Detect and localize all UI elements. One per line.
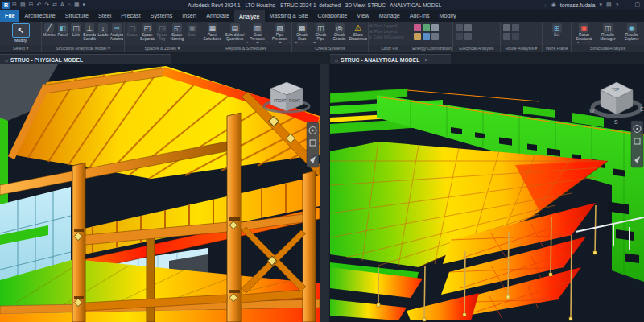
user-avatar-icon[interactable]: ◉ (551, 2, 556, 8)
tab-addins[interactable]: Add-Ins (405, 10, 435, 22)
results-explorer-button[interactable]: ◉ Results Explorer (620, 23, 643, 43)
select-panel-label[interactable]: Select ▾ (0, 45, 41, 52)
print-icon[interactable]: ⊟ (29, 0, 34, 10)
panel-electrical-analysis: Electrical Analysis (453, 22, 501, 52)
navigation-bar[interactable] (631, 121, 643, 167)
zone-button[interactable]: ▣ Zone (185, 23, 200, 43)
pipe-pressure-loss-report-button[interactable]: ▨ Pipe Pressure Loss Report (269, 23, 291, 43)
help-icon[interactable]: ? (616, 2, 619, 8)
link-button[interactable]: ◫ Link (70, 23, 83, 43)
color-fill-panel-label[interactable]: Color Fill (369, 45, 411, 52)
check-systems-panel-label[interactable]: Check Systems (292, 45, 368, 52)
tab-steel[interactable]: Steel (93, 10, 116, 22)
pipe-legend-button[interactable]: ≣ Pipe Legend (369, 29, 404, 34)
boundary-conditions-button[interactable]: ⊥ Boundary Conditions (83, 23, 96, 43)
measure-icon[interactable]: ⇄ (52, 0, 57, 10)
space-tag-button[interactable]: ◲ Space Tag (155, 23, 170, 43)
view-tab-physical-model[interactable]: ⌂ STRUC - PHYSICAL MODEL (0, 54, 171, 64)
electrical-tool-icon[interactable] (456, 24, 463, 31)
tab-collaborate[interactable]: Collaborate (313, 10, 353, 22)
tab-systems[interactable]: Systems (146, 10, 178, 22)
panel-schedules-button[interactable]: ▦ Panel Schedules (201, 23, 223, 43)
restore-button[interactable]: ▢ (633, 2, 642, 8)
analytical-model-viewport[interactable]: W S E TOP (330, 64, 644, 322)
open-icon[interactable]: ▤ (20, 0, 26, 10)
panel-button[interactable]: ◧ Panel (56, 23, 69, 43)
space-separator-button[interactable]: ◰ Space Separator (140, 23, 155, 43)
space-tag-icon: ◲ (157, 23, 167, 33)
spaces-zones-panel-label[interactable]: Spaces & Zones ▾ (125, 45, 200, 52)
redo-icon[interactable]: ↷ (44, 0, 49, 10)
sam-panel-label[interactable]: Structural Analytical Model ▾ (42, 45, 123, 52)
navigation-bar[interactable] (307, 122, 319, 167)
loads-button[interactable]: ↓ Loads (97, 23, 109, 43)
signed-in-user[interactable]: tomasz.fudala (560, 2, 596, 8)
tab-insert[interactable]: Insert (177, 10, 201, 22)
tab-annotate[interactable]: Annotate (201, 10, 234, 22)
space-naming-button[interactable]: ◱ Space Naming (170, 23, 184, 43)
physical-model-viewport[interactable]: FRONT RIGHT (0, 64, 320, 322)
user-caret-icon[interactable]: ▾ (599, 2, 602, 8)
electrical-tool-icon[interactable] (464, 24, 472, 31)
app-store-icon[interactable]: ▤ (606, 2, 612, 8)
energy-tool-icon[interactable] (414, 33, 421, 40)
check-circuits-button[interactable]: ◎ Check Circuits (330, 23, 348, 43)
tab-file[interactable]: File (0, 10, 19, 22)
pipe-legend-icon: ≣ (369, 29, 373, 34)
tab-precast[interactable]: Precast (116, 10, 145, 22)
save-icon[interactable]: ⊞ (12, 0, 17, 10)
revit-logo-icon[interactable]: R (2, 2, 10, 9)
color-fill-legend-button[interactable]: ≡ Color Fill Legend (369, 35, 404, 39)
reports-schedules-panel-label[interactable]: Reports & Schedules (200, 45, 291, 52)
search-icon[interactable]: ◌ (544, 2, 547, 8)
tab-structure[interactable]: Structure (60, 10, 93, 22)
viewcube-west-label[interactable]: W (589, 108, 595, 114)
structural-analysis-panel-label[interactable]: Structural Analysis (572, 45, 644, 52)
set-work-plane-button[interactable]: ⊞ Set (543, 23, 570, 43)
viewcube-east-label[interactable]: E (640, 106, 644, 112)
check-duct-systems-button[interactable]: ▩ Check Duct Systems (293, 23, 311, 43)
electrical-analysis-panel-label[interactable]: Electrical Analysis (453, 45, 500, 52)
electrical-tool-icon[interactable] (456, 33, 463, 40)
show-disconnects-button[interactable]: ⚠ Show Disconnects (349, 23, 367, 43)
viewport-divider[interactable] (320, 64, 330, 322)
tab-analyze[interactable]: Analyze (234, 10, 265, 22)
schedules-quantities-button[interactable]: ▤ Schedules/ Quantities (224, 23, 246, 43)
space-button[interactable]: ▢ Space (126, 23, 140, 43)
close-view-icon[interactable]: × (424, 57, 427, 63)
default-3d-view-icon[interactable]: ⌂ (68, 0, 71, 10)
view-tab-analytical-model[interactable]: ⌂ STRUC - ANALYTICAL MODEL × (330, 54, 451, 64)
check-pipe-systems-button[interactable]: ◫ Check Pipe Systems (312, 23, 329, 43)
tab-modify[interactable]: Modify (435, 10, 461, 22)
minimize-button[interactable]: – (622, 2, 629, 8)
duct-pressure-loss-report-button[interactable]: ▥ Duct Pressure Loss Report (246, 23, 268, 43)
robot-structural-analysis-button[interactable]: ▣ Robot Structural Analysis (572, 23, 596, 43)
tab-manage[interactable]: Manage (374, 10, 405, 22)
analytical-automation-button[interactable]: ⇒ Analytical Automation (110, 23, 123, 43)
energy-tool-icon[interactable] (423, 24, 430, 31)
work-plane-panel-label[interactable]: Work Plane (543, 45, 571, 52)
tab-architecture[interactable]: Architecture (19, 10, 60, 22)
energy-tool-icon[interactable] (423, 33, 430, 40)
viewcube-south-label[interactable]: S (614, 119, 618, 125)
modify-button[interactable]: ↖ Modify (9, 23, 33, 43)
energy-tool-icon[interactable] (431, 33, 439, 40)
energy-tool-icon[interactable] (431, 24, 439, 31)
schedule-icon[interactable]: ▦ (74, 0, 80, 10)
tab-massing-site[interactable]: Massing & Site (265, 10, 313, 22)
member-button[interactable]: ╱ Member (43, 23, 56, 43)
route-analysis-panel-label[interactable]: Route Analysis ▾ (501, 45, 542, 52)
energy-tool-icon[interactable] (414, 24, 421, 31)
route-tool-icon[interactable] (503, 33, 510, 40)
electrical-tool-icon[interactable] (464, 33, 472, 40)
undo-icon[interactable]: ↶ (36, 0, 41, 10)
results-manager-button[interactable]: ◫ Results Manager (597, 23, 620, 43)
text-icon[interactable]: A (60, 0, 64, 10)
route-tool-icon[interactable] (512, 33, 519, 40)
panel-route-analysis: Route Analysis ▾ (501, 22, 543, 52)
route-tool-icon[interactable] (503, 24, 510, 31)
tab-view[interactable]: View (352, 10, 374, 22)
duct-legend-button[interactable]: ≣ Duct Legend (369, 23, 404, 28)
energy-optimization-panel-label[interactable]: Energy Optimization (411, 45, 452, 52)
route-tool-icon[interactable] (512, 24, 519, 31)
